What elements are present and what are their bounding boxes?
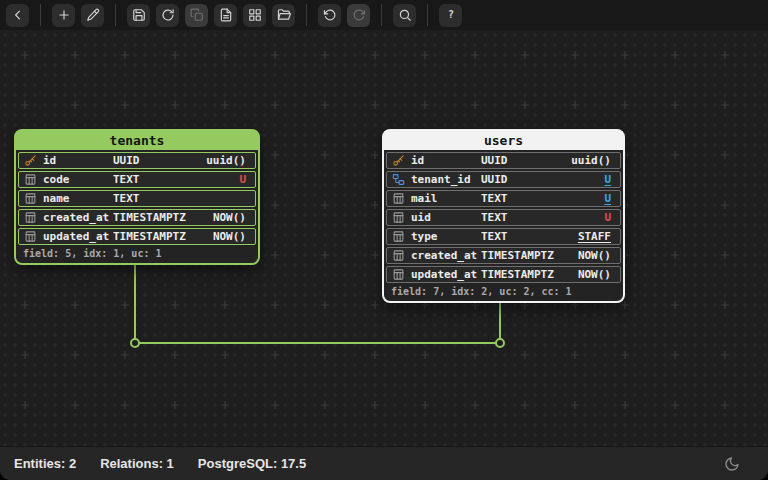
toolbar-search-button[interactable] [393,4,416,27]
field-row-id[interactable]: idUUIDuuid() [18,152,256,169]
diagram-canvas[interactable]: tenants idUUIDuuid()codeTEXTUnameTEXTcre… [0,30,768,447]
toolbar-export-document-button[interactable] [214,4,237,27]
field-attribute: NOW() [195,230,250,243]
column-icon [392,192,405,205]
key-icon [24,154,37,167]
field-attribute: STAFF [563,230,615,243]
redo-icon [352,8,366,22]
toolbar-back-button[interactable] [6,4,29,27]
field-name: id [411,154,481,167]
pen-icon [86,8,100,22]
relation-corner-handle[interactable] [496,339,504,347]
entity-tenants[interactable]: tenants idUUIDuuid()codeTEXTUnameTEXTcre… [14,129,260,265]
column-icon [24,192,37,205]
column-icon [24,173,37,186]
field-name: updated_at [43,230,113,243]
field-name: created_at [411,249,481,262]
toolbar-auto-layout-button[interactable] [243,4,266,27]
toolbar-reload-button[interactable] [156,4,179,27]
dark-mode-toggle[interactable] [724,456,740,472]
field-type: TEXT [481,230,563,243]
column-icon [392,249,405,262]
save-icon [132,8,146,22]
field-row-updated_at[interactable]: updated_atTIMESTAMPTZNOW() [386,266,621,283]
field-row-id[interactable]: idUUIDuuid() [386,152,621,169]
key-icon [392,154,405,167]
toolbar-save-button[interactable] [127,4,150,27]
field-type: TIMESTAMPTZ [481,249,563,262]
field-attribute: NOW() [563,268,615,281]
chevron-left-icon [11,8,25,22]
plus-icon [57,8,71,22]
field-row-name[interactable]: nameTEXT [18,190,256,207]
search-icon [398,8,412,22]
field-row-mail[interactable]: mailTEXTU [386,190,621,207]
field-type: UUID [481,154,563,167]
field-type: TIMESTAMPTZ [113,230,195,243]
entity-users[interactable]: users idUUIDuuid()tenant_idUUIDUmailTEXT… [382,129,625,303]
status-relations-count: Relations: 1 [100,456,174,471]
toolbar: ? [0,0,768,30]
status-bar: Entities: 2 Relations: 1 PostgreSQL: 17.… [0,446,768,480]
column-icon [392,192,405,205]
field-type: UUID [113,154,195,167]
column-icon [392,268,405,281]
toolbar-help-button[interactable]: ? [439,4,462,27]
fk-icon [392,173,405,186]
entity-tenants-header[interactable]: tenants [16,131,258,150]
field-name: created_at [43,211,113,224]
field-type: TEXT [481,211,563,224]
field-type: TEXT [113,173,195,186]
toolbar-open-project-button[interactable] [272,4,295,27]
entity-users-header[interactable]: users [384,131,623,150]
field-row-uid[interactable]: uidTEXTU [386,209,621,226]
field-type: TEXT [481,192,563,205]
foreign-key-icon [392,173,405,186]
moon-icon [724,456,740,472]
toolbar-copy-button [185,4,208,27]
field-row-type[interactable]: typeTEXTSTAFF [386,228,621,245]
field-row-created_at[interactable]: created_atTIMESTAMPTZNOW() [386,247,621,264]
column-icon [24,230,37,243]
field-attribute: U [563,192,615,205]
field-row-updated_at[interactable]: updated_atTIMESTAMPTZNOW() [18,228,256,245]
column-icon [24,211,37,224]
field-name: uid [411,211,481,224]
field-type: UUID [481,173,563,186]
field-type: TEXT [113,192,195,205]
column-icon [24,230,37,243]
entity-tenants-rows: idUUIDuuid()codeTEXTUnameTEXTcreated_atT… [16,150,258,245]
folder-open-icon [277,8,291,22]
column-icon [392,268,405,281]
relation-corner-handle[interactable] [131,339,139,347]
field-attribute: U [195,173,250,186]
field-name: code [43,173,113,186]
field-name: updated_at [411,268,481,281]
toolbar-separator [40,4,41,26]
field-name: type [411,230,481,243]
key-icon [392,154,405,167]
toolbar-redo-button [347,4,370,27]
grid-icon [248,8,262,22]
field-name: name [43,192,113,205]
column-icon [392,230,405,243]
toolbar-separator [306,4,307,26]
toolbar-edit-button[interactable] [81,4,104,27]
field-row-created_at[interactable]: created_atTIMESTAMPTZNOW() [18,209,256,226]
field-row-tenant_id[interactable]: tenant_idUUIDU [386,171,621,188]
column-icon [392,211,405,224]
toolbar-undo-button[interactable] [318,4,341,27]
status-engine-version: PostgreSQL: 17.5 [198,456,306,471]
toolbar-add-table-button[interactable] [52,4,75,27]
field-type: TIMESTAMPTZ [113,211,195,224]
svg-text:?: ? [448,9,454,20]
status-entities-count: Entities: 2 [14,456,76,471]
toolbar-separator [115,4,116,26]
field-attribute: U [563,173,615,186]
copy-icon [190,8,204,22]
refresh-icon [161,8,175,22]
app-window: ? tenants idUUIDuuid [0,0,768,480]
field-attribute: NOW() [195,211,250,224]
field-attribute: NOW() [563,249,615,262]
field-row-code[interactable]: codeTEXTU [18,171,256,188]
